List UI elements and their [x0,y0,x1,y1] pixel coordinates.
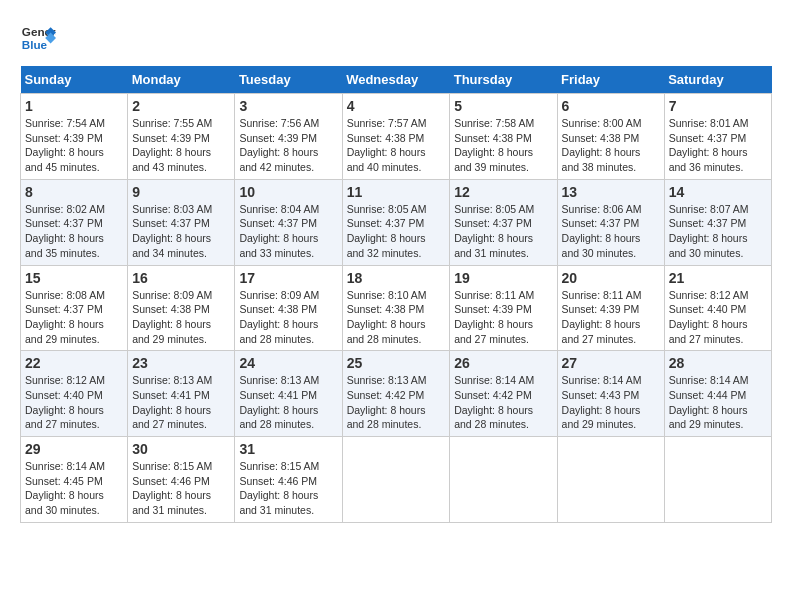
day-info: Sunrise: 8:10 AMSunset: 4:38 PMDaylight:… [347,288,446,347]
calendar-day-cell: 18Sunrise: 8:10 AMSunset: 4:38 PMDayligh… [342,265,450,351]
day-info: Sunrise: 8:12 AMSunset: 4:40 PMDaylight:… [25,373,123,432]
calendar-day-cell [664,437,771,523]
day-number: 1 [25,98,123,114]
calendar-day-cell: 31Sunrise: 8:15 AMSunset: 4:46 PMDayligh… [235,437,342,523]
calendar-day-cell: 16Sunrise: 8:09 AMSunset: 4:38 PMDayligh… [128,265,235,351]
day-info: Sunrise: 8:08 AMSunset: 4:37 PMDaylight:… [25,288,123,347]
calendar-day-cell: 9Sunrise: 8:03 AMSunset: 4:37 PMDaylight… [128,179,235,265]
day-number: 4 [347,98,446,114]
weekday-header-thursday: Thursday [450,66,557,94]
day-number: 2 [132,98,230,114]
day-info: Sunrise: 8:00 AMSunset: 4:38 PMDaylight:… [562,116,660,175]
day-info: Sunrise: 8:05 AMSunset: 4:37 PMDaylight:… [347,202,446,261]
calendar-week-row: 15Sunrise: 8:08 AMSunset: 4:37 PMDayligh… [21,265,772,351]
day-number: 14 [669,184,767,200]
calendar-day-cell: 10Sunrise: 8:04 AMSunset: 4:37 PMDayligh… [235,179,342,265]
day-number: 18 [347,270,446,286]
day-info: Sunrise: 7:56 AMSunset: 4:39 PMDaylight:… [239,116,337,175]
calendar-week-row: 8Sunrise: 8:02 AMSunset: 4:37 PMDaylight… [21,179,772,265]
day-info: Sunrise: 8:13 AMSunset: 4:41 PMDaylight:… [132,373,230,432]
day-info: Sunrise: 8:09 AMSunset: 4:38 PMDaylight:… [132,288,230,347]
weekday-header-friday: Friday [557,66,664,94]
day-info: Sunrise: 8:14 AMSunset: 4:43 PMDaylight:… [562,373,660,432]
calendar-day-cell: 5Sunrise: 7:58 AMSunset: 4:38 PMDaylight… [450,94,557,180]
calendar-day-cell: 27Sunrise: 8:14 AMSunset: 4:43 PMDayligh… [557,351,664,437]
calendar-day-cell: 1Sunrise: 7:54 AMSunset: 4:39 PMDaylight… [21,94,128,180]
calendar-day-cell: 15Sunrise: 8:08 AMSunset: 4:37 PMDayligh… [21,265,128,351]
calendar-day-cell: 20Sunrise: 8:11 AMSunset: 4:39 PMDayligh… [557,265,664,351]
calendar-day-cell: 26Sunrise: 8:14 AMSunset: 4:42 PMDayligh… [450,351,557,437]
day-number: 24 [239,355,337,371]
calendar-day-cell: 12Sunrise: 8:05 AMSunset: 4:37 PMDayligh… [450,179,557,265]
day-info: Sunrise: 8:05 AMSunset: 4:37 PMDaylight:… [454,202,552,261]
day-number: 6 [562,98,660,114]
day-number: 12 [454,184,552,200]
day-number: 5 [454,98,552,114]
day-info: Sunrise: 7:55 AMSunset: 4:39 PMDaylight:… [132,116,230,175]
calendar-day-cell [342,437,450,523]
day-number: 9 [132,184,230,200]
calendar-day-cell: 6Sunrise: 8:00 AMSunset: 4:38 PMDaylight… [557,94,664,180]
day-number: 28 [669,355,767,371]
calendar-day-cell: 11Sunrise: 8:05 AMSunset: 4:37 PMDayligh… [342,179,450,265]
day-number: 30 [132,441,230,457]
day-info: Sunrise: 8:14 AMSunset: 4:44 PMDaylight:… [669,373,767,432]
calendar-day-cell: 21Sunrise: 8:12 AMSunset: 4:40 PMDayligh… [664,265,771,351]
generalblue-logo-icon: General Blue [20,20,56,56]
calendar-day-cell: 28Sunrise: 8:14 AMSunset: 4:44 PMDayligh… [664,351,771,437]
calendar-table: SundayMondayTuesdayWednesdayThursdayFrid… [20,66,772,523]
calendar-day-cell: 19Sunrise: 8:11 AMSunset: 4:39 PMDayligh… [450,265,557,351]
calendar-day-cell: 30Sunrise: 8:15 AMSunset: 4:46 PMDayligh… [128,437,235,523]
day-number: 13 [562,184,660,200]
calendar-week-row: 1Sunrise: 7:54 AMSunset: 4:39 PMDaylight… [21,94,772,180]
day-info: Sunrise: 8:02 AMSunset: 4:37 PMDaylight:… [25,202,123,261]
weekday-header-sunday: Sunday [21,66,128,94]
day-info: Sunrise: 8:11 AMSunset: 4:39 PMDaylight:… [562,288,660,347]
day-number: 29 [25,441,123,457]
day-number: 25 [347,355,446,371]
weekday-header-monday: Monday [128,66,235,94]
calendar-day-cell: 3Sunrise: 7:56 AMSunset: 4:39 PMDaylight… [235,94,342,180]
calendar-day-cell: 22Sunrise: 8:12 AMSunset: 4:40 PMDayligh… [21,351,128,437]
day-number: 3 [239,98,337,114]
calendar-week-row: 29Sunrise: 8:14 AMSunset: 4:45 PMDayligh… [21,437,772,523]
weekday-header-wednesday: Wednesday [342,66,450,94]
page-header: General Blue [20,20,772,56]
calendar-day-cell: 14Sunrise: 8:07 AMSunset: 4:37 PMDayligh… [664,179,771,265]
day-info: Sunrise: 8:14 AMSunset: 4:45 PMDaylight:… [25,459,123,518]
day-info: Sunrise: 8:11 AMSunset: 4:39 PMDaylight:… [454,288,552,347]
calendar-header-row: SundayMondayTuesdayWednesdayThursdayFrid… [21,66,772,94]
calendar-day-cell: 13Sunrise: 8:06 AMSunset: 4:37 PMDayligh… [557,179,664,265]
day-number: 8 [25,184,123,200]
day-number: 19 [454,270,552,286]
calendar-week-row: 22Sunrise: 8:12 AMSunset: 4:40 PMDayligh… [21,351,772,437]
weekday-header-saturday: Saturday [664,66,771,94]
day-number: 26 [454,355,552,371]
day-info: Sunrise: 8:01 AMSunset: 4:37 PMDaylight:… [669,116,767,175]
day-number: 31 [239,441,337,457]
day-info: Sunrise: 8:09 AMSunset: 4:38 PMDaylight:… [239,288,337,347]
calendar-day-cell [557,437,664,523]
day-number: 22 [25,355,123,371]
calendar-day-cell: 8Sunrise: 8:02 AMSunset: 4:37 PMDaylight… [21,179,128,265]
day-info: Sunrise: 8:03 AMSunset: 4:37 PMDaylight:… [132,202,230,261]
weekday-header-tuesday: Tuesday [235,66,342,94]
calendar-day-cell: 4Sunrise: 7:57 AMSunset: 4:38 PMDaylight… [342,94,450,180]
calendar-day-cell [450,437,557,523]
logo: General Blue [20,20,56,56]
day-number: 27 [562,355,660,371]
day-info: Sunrise: 8:12 AMSunset: 4:40 PMDaylight:… [669,288,767,347]
day-number: 7 [669,98,767,114]
day-number: 21 [669,270,767,286]
day-info: Sunrise: 8:15 AMSunset: 4:46 PMDaylight:… [132,459,230,518]
calendar-day-cell: 24Sunrise: 8:13 AMSunset: 4:41 PMDayligh… [235,351,342,437]
calendar-day-cell: 17Sunrise: 8:09 AMSunset: 4:38 PMDayligh… [235,265,342,351]
day-info: Sunrise: 7:57 AMSunset: 4:38 PMDaylight:… [347,116,446,175]
day-info: Sunrise: 8:07 AMSunset: 4:37 PMDaylight:… [669,202,767,261]
day-number: 20 [562,270,660,286]
day-number: 10 [239,184,337,200]
day-number: 23 [132,355,230,371]
day-number: 11 [347,184,446,200]
day-info: Sunrise: 7:58 AMSunset: 4:38 PMDaylight:… [454,116,552,175]
day-info: Sunrise: 8:13 AMSunset: 4:42 PMDaylight:… [347,373,446,432]
